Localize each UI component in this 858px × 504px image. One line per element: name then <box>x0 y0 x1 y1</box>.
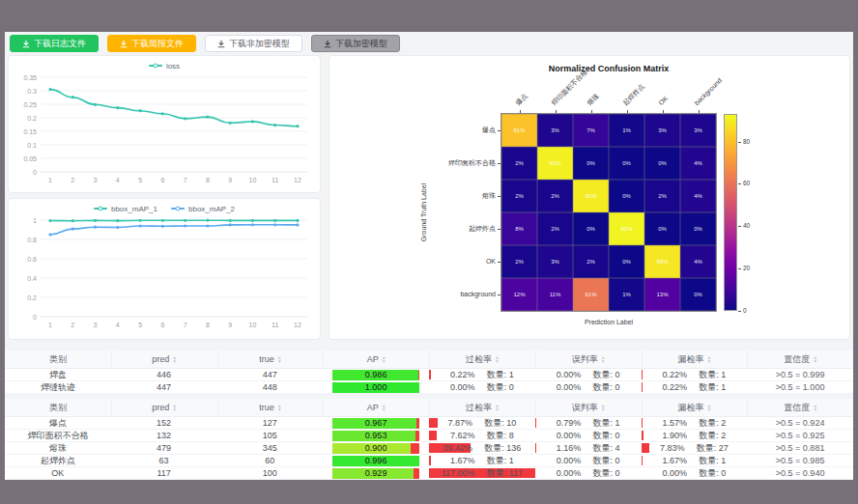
cm-cell: 3% <box>537 245 573 278</box>
column-header-conf[interactable]: 置信度▲▼ <box>747 350 853 368</box>
legend-item-bbox_mAP_1[interactable]: bbox_mAP_1 <box>94 205 157 213</box>
pct-bar <box>429 456 431 465</box>
svg-text:10: 10 <box>249 322 257 328</box>
sort-icon[interactable]: ▲▼ <box>813 355 817 363</box>
pct-count: 数量: 1 <box>699 455 726 466</box>
confidence-cell: >0.5 = 0.924 <box>747 417 853 429</box>
true-cell: 105 <box>217 430 324 441</box>
ap-cell: 0.967 <box>323 417 429 429</box>
column-header-true[interactable]: true▲▼ <box>217 350 324 368</box>
missed-cell: 0.22%数量: 1 <box>642 381 748 393</box>
column-header-miss[interactable]: 漏检率▲▼ <box>642 350 748 368</box>
colorbar-tick-label: 20 <box>743 265 750 271</box>
cm-col-label: 起焊炸点 <box>621 83 645 107</box>
misjudge-cell: 1.16%数量: 4 <box>535 442 642 454</box>
pct-value: 7.83% <box>660 443 685 453</box>
missed-cell: 1.67%数量: 1 <box>642 455 748 466</box>
ap-cell: 0.953 <box>323 430 429 441</box>
column-header-pred[interactable]: pred▲▼ <box>111 350 217 368</box>
table-row: 爆点1521270.9677.87%数量: 100.79%数量: 11.57%数… <box>5 417 853 430</box>
pct-value: 1.67% <box>450 456 475 465</box>
column-header-pred[interactable]: pred▲▼ <box>111 399 217 416</box>
cm-row-label: 起焊炸点 <box>357 212 496 245</box>
cm-cell: 2% <box>537 180 573 212</box>
pct-value: 1.90% <box>663 431 688 440</box>
cm-cell-value: 1% <box>609 292 644 297</box>
header-label: true <box>259 354 274 364</box>
table-row: 焊盘4464470.9860.22%数量: 10.00%数量: 00.22%数量… <box>5 369 853 381</box>
pct-value: 7.87% <box>448 418 473 428</box>
loss-chart: 00.050.10.150.20.250.30.3512345678910111… <box>12 71 317 187</box>
missed-cell: 0.00%数量: 0 <box>642 467 748 479</box>
ap-cell: 0.986 <box>323 369 429 380</box>
cm-axis-tick <box>627 110 628 113</box>
cm-cell-value: 91% <box>537 160 573 166</box>
sort-icon[interactable]: ▲▼ <box>601 404 606 411</box>
pct-count: 数量: 4 <box>592 442 619 454</box>
column-header-over[interactable]: 过检率▲▼ <box>429 399 535 416</box>
cm-axis-tick <box>520 110 521 113</box>
ap-cell: 1.000 <box>323 381 429 393</box>
cm-axis-tick <box>498 294 500 295</box>
sort-icon[interactable]: ▲▼ <box>382 404 386 411</box>
download-report-file-button[interactable]: 下载简报文件 <box>107 35 196 52</box>
pct-value: 0.22% <box>450 370 475 379</box>
sort-icon[interactable]: ▲▼ <box>601 355 606 363</box>
legend-item-bbox_mAP_2[interactable]: bbox_mAP_2 <box>171 205 235 213</box>
download-log-file-button[interactable]: 下载日志文件 <box>10 35 99 52</box>
download-encrypted-model-button[interactable]: 下载加密模型 <box>311 35 400 52</box>
sort-icon[interactable]: ▲▼ <box>706 355 711 363</box>
column-header-over[interactable]: 过检率▲▼ <box>429 350 535 368</box>
header-label: AP <box>367 403 379 412</box>
column-header-true[interactable]: true▲▼ <box>217 399 324 416</box>
cm-cell-value: 1% <box>609 127 644 133</box>
colorbar-tick-label: 60 <box>743 180 750 186</box>
legend-label: bbox_mAP_2 <box>188 205 235 213</box>
sort-icon[interactable]: ▲▼ <box>706 404 711 411</box>
cm-cell: 1% <box>609 278 644 311</box>
legend-item-loss[interactable]: loss <box>149 62 180 70</box>
download-plain-model-button[interactable]: 下载非加密模型 <box>205 35 302 52</box>
pct-bar <box>642 456 644 465</box>
cm-cell-value: 2% <box>501 160 537 166</box>
cm-cell-value: 13% <box>644 292 680 297</box>
over-detect-cell: 7.62%数量: 8 <box>429 430 535 441</box>
column-header-mis[interactable]: 误判率▲▼ <box>535 399 642 416</box>
sort-icon[interactable]: ▲▼ <box>277 404 282 411</box>
true-cell: 448 <box>217 381 324 393</box>
over-detect-cell: 7.87%数量: 10 <box>429 417 535 429</box>
ap-bar: 0.953 <box>332 431 419 441</box>
colorbar-tick-label: 40 <box>743 222 750 229</box>
sort-icon[interactable]: ▲▼ <box>277 355 282 363</box>
sort-icon[interactable]: ▲▼ <box>172 404 177 411</box>
cm-axis-tick <box>699 110 700 113</box>
header-label: true <box>259 403 274 412</box>
column-header-miss[interactable]: 漏检率▲▼ <box>642 399 748 416</box>
pct-bar <box>429 418 438 428</box>
confidence-cell: >0.5 = 0.925 <box>747 430 853 441</box>
cm-cell-value: 7% <box>573 127 609 133</box>
legend-marker-icon <box>94 208 107 210</box>
cm-cell-value: 3% <box>644 127 680 133</box>
header-label: 漏检率 <box>677 353 703 366</box>
sort-icon[interactable]: ▲▼ <box>495 355 500 363</box>
cm-cell: 13% <box>644 278 680 311</box>
download-icon <box>217 40 225 48</box>
pct-count: 数量: 136 <box>484 442 521 454</box>
column-header-mis[interactable]: 误判率▲▼ <box>535 350 642 368</box>
column-header-category: 类别 <box>5 350 111 368</box>
column-header-conf[interactable]: 置信度▲▼ <box>747 399 853 416</box>
sort-icon[interactable]: ▲▼ <box>495 404 500 411</box>
sort-icon[interactable]: ▲▼ <box>813 404 817 411</box>
sort-icon[interactable]: ▲▼ <box>382 355 386 363</box>
misjudge-cell: 0.00%数量: 0 <box>535 430 642 441</box>
cm-cell: 89% <box>644 245 680 278</box>
column-header-ap[interactable]: AP▲▼ <box>323 399 429 416</box>
column-header-ap[interactable]: AP▲▼ <box>323 350 429 368</box>
cm-axis-tick <box>498 229 500 230</box>
sort-icon[interactable]: ▲▼ <box>172 355 177 363</box>
pct-value: 117.00% <box>442 468 475 478</box>
pct-value: 0.00% <box>450 382 475 392</box>
cm-cell: 0% <box>573 212 609 245</box>
svg-text:0.05: 0.05 <box>23 155 37 162</box>
